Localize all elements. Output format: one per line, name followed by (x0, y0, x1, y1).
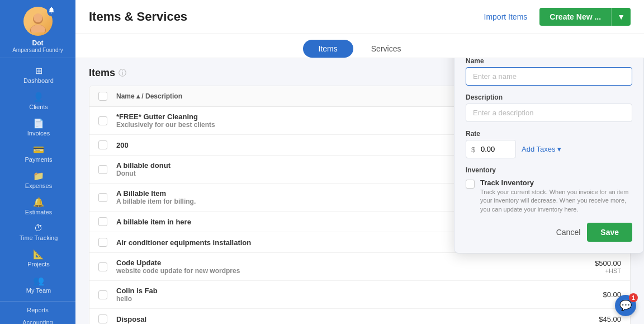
currency-symbol: $ (471, 145, 475, 153)
name-input[interactable] (466, 67, 632, 86)
table-row: Colin is Fab hello $0.00 (89, 281, 630, 309)
track-inventory-label: Track Inventory (480, 179, 632, 187)
save-button[interactable]: Save (587, 223, 632, 242)
row-checkbox[interactable] (98, 238, 107, 247)
create-new-chevron-button[interactable]: ▼ (611, 8, 631, 26)
sidebar-item-label: Estimates (25, 209, 52, 215)
item-desc: website code update for new wordpres (116, 267, 554, 275)
table-row: Disposal $45.00 (89, 309, 630, 324)
info-icon[interactable]: ⓘ (119, 68, 126, 78)
sidebar-item-label: Projects (27, 261, 50, 267)
sidebar-item-accounting[interactable]: Accounting (0, 316, 75, 324)
chat-badge: 1 (629, 293, 638, 302)
bell-icon[interactable] (47, 6, 56, 16)
row-name-col: Disposal (116, 315, 554, 323)
row-check (98, 217, 116, 226)
create-new-button[interactable]: Create New ... (539, 8, 611, 26)
row-checkbox[interactable] (98, 314, 107, 323)
sidebar-item-label: Payments (25, 156, 53, 163)
row-check (98, 140, 116, 149)
estimates-icon: 🔔 (33, 197, 44, 208)
track-inventory-row: Track Inventory Track your current stock… (466, 179, 632, 214)
sidebar-item-label: Expenses (25, 182, 52, 189)
chevron-down-icon: ▾ (557, 145, 561, 153)
time-tracking-icon: ⏱ (34, 223, 43, 233)
row-checkbox[interactable] (98, 116, 107, 125)
cancel-button[interactable]: Cancel (556, 228, 581, 237)
sidebar-item-my-team[interactable]: 👥 My Team (0, 271, 75, 298)
row-checkbox[interactable] (98, 290, 107, 299)
table-row: Code Update website code update for new … (89, 253, 630, 281)
track-inventory-checkbox[interactable] (466, 180, 475, 189)
user-org: Ampersand Foundry (12, 47, 63, 53)
name-form-group: Name (466, 58, 632, 86)
sidebar-item-payments[interactable]: 💳 Payments (0, 140, 75, 167)
track-inventory-desc: Track your current stock. When you invoi… (480, 188, 632, 214)
main-header: Items & Services Import Items Create New… (75, 0, 644, 34)
sidebar-item-reports[interactable]: Reports (0, 304, 75, 316)
select-all-checkbox[interactable] (98, 92, 107, 101)
tab-services[interactable]: Services (356, 40, 417, 58)
track-inventory-text: Track Inventory Track your current stock… (480, 179, 632, 214)
row-checkbox[interactable] (98, 165, 107, 174)
clients-icon: 👤 (33, 92, 44, 102)
item-name: Code Update (116, 259, 554, 267)
sidebar-item-label: Time Tracking (20, 234, 58, 241)
tab-items[interactable]: Items (303, 40, 353, 58)
chevron-down-icon: ▼ (617, 12, 625, 21)
sidebar-item-clients[interactable]: 👤 Clients (0, 88, 75, 114)
sidebar-item-dashboard[interactable]: ⊞ Dashboard (0, 62, 75, 88)
avatar-wrap (23, 7, 53, 36)
rate-label: Rate (466, 130, 632, 138)
svg-point-3 (31, 25, 45, 32)
projects-icon: 📐 (33, 249, 44, 260)
create-new-wrap: Create New ... ▼ (539, 8, 631, 26)
item-name: Colin is Fab (116, 287, 554, 295)
main: Items & Services Import Items Create New… (75, 0, 644, 324)
row-name-col: Colin is Fab hello (116, 287, 554, 303)
row-name-col: Code Update website code update for new … (116, 259, 554, 275)
row-checkbox[interactable] (98, 217, 107, 226)
desc-input[interactable] (466, 104, 632, 122)
sidebar-item-label: Invoices (27, 130, 50, 137)
sidebar-item-time-tracking[interactable]: ⏱ Time Tracking (0, 219, 75, 245)
sidebar-section: Reports Accounting Add-ons (0, 301, 75, 324)
sidebar-top: Dot Ampersand Foundry (0, 0, 75, 58)
user-name: Dot (32, 39, 44, 47)
row-check (98, 314, 116, 323)
sidebar-item-invoices[interactable]: 📄 Invoices (0, 114, 75, 140)
desc-form-group: Description (466, 93, 632, 122)
sidebar: Dot Ampersand Foundry ⊞ Dashboard 👤 Clie… (0, 0, 75, 324)
row-check (98, 116, 116, 125)
dashboard-icon: ⊞ (35, 65, 42, 76)
chat-bubble[interactable]: 💬 1 (615, 295, 636, 316)
svg-point-2 (34, 13, 42, 22)
header-actions: Import Items Create New ... ▼ (479, 8, 631, 26)
sidebar-nav: ⊞ Dashboard 👤 Clients 📄 Invoices 💳 Payme… (0, 58, 75, 301)
row-checkbox[interactable] (98, 193, 107, 202)
sidebar-item-label: Dashboard (23, 77, 54, 84)
rate-input-wrap: $ (466, 140, 516, 158)
add-taxes-button[interactable]: Add Taxes ▾ (522, 145, 561, 153)
tabs-bar: Items Services (75, 34, 644, 58)
row-checkbox[interactable] (98, 140, 107, 149)
item-rate: $500.00 +HST (554, 259, 621, 274)
invoices-icon: 📄 (33, 118, 44, 129)
row-check (98, 193, 116, 202)
items-title: Items (89, 67, 115, 79)
item-rate-tax: +HST (554, 267, 621, 274)
row-checkbox[interactable] (98, 262, 107, 271)
item-rate: $45.00 (554, 315, 621, 323)
inventory-section: Inventory Track Inventory Track your cur… (466, 166, 632, 214)
panel-footer: Cancel Save (466, 223, 632, 242)
import-items-button[interactable]: Import Items (479, 9, 533, 25)
col-check-header (98, 92, 116, 101)
rate-form-group: Rate $ Add Taxes ▾ (466, 130, 632, 158)
sidebar-item-expenses[interactable]: 📁 Expenses (0, 167, 75, 193)
sidebar-item-label: Clients (29, 104, 48, 110)
item-desc: hello (116, 295, 554, 303)
name-label: Name (466, 58, 632, 65)
sidebar-item-estimates[interactable]: 🔔 Estimates (0, 193, 75, 219)
inventory-label: Inventory (466, 166, 632, 174)
sidebar-item-projects[interactable]: 📐 Projects (0, 245, 75, 271)
